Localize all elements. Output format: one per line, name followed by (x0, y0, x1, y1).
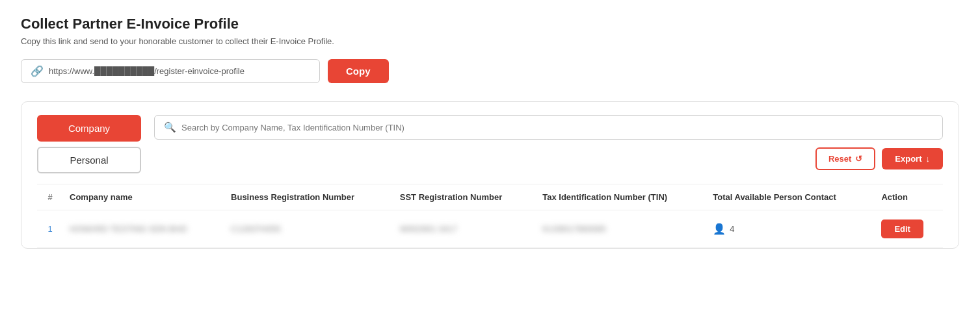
row-business-reg: C12837H055 (224, 210, 393, 248)
row-contact: 👤 4 (706, 210, 875, 248)
reset-button[interactable]: Reset ↺ (815, 147, 875, 170)
person-icon: 👤 (713, 223, 726, 235)
page-subtitle: Copy this link and send to your honorabl… (21, 36, 959, 46)
export-icon: ↓ (926, 154, 931, 164)
table-header-row: # Company name Business Registration Num… (37, 184, 943, 210)
tab-column: Company Personal (37, 115, 141, 173)
reset-icon: ↺ (855, 154, 862, 164)
export-button[interactable]: Export ↓ (882, 148, 943, 169)
row-sst-reg: W002901 3417 (393, 210, 536, 248)
link-input[interactable] (49, 66, 310, 76)
row-action: Edit (875, 210, 943, 248)
page-title: Collect Partner E-Invoice Profile (21, 16, 959, 32)
link-icon: 🔗 (31, 65, 44, 77)
export-label: Export (895, 154, 921, 164)
link-bar: 🔗 Copy (21, 59, 959, 83)
col-action: Action (875, 184, 943, 210)
search-wrapper: 🔍 (154, 115, 943, 140)
col-tax-id: Tax Identification Number (TIN) (536, 184, 706, 210)
row-company-name: HOWARD TESTING SDN BHD (63, 210, 224, 248)
row-tax-id: KU39017860085 (536, 210, 706, 248)
right-section: 🔍 Reset ↺ Export ↓ (154, 115, 943, 170)
table-row: 1 HOWARD TESTING SDN BHD C12837H055 W002… (37, 210, 943, 248)
main-card: Company Personal 🔍 Reset ↺ Export ↓ (21, 101, 959, 249)
search-row: 🔍 (154, 115, 943, 140)
copy-button[interactable]: Copy (328, 59, 389, 83)
contact-count: 4 (730, 224, 734, 234)
reset-label: Reset (828, 154, 851, 164)
data-table: # Company name Business Registration Num… (37, 184, 943, 248)
col-business-reg: Business Registration Number (224, 184, 393, 210)
search-input[interactable] (181, 123, 933, 132)
edit-button[interactable]: Edit (881, 219, 923, 238)
col-sst-reg: SST Registration Number (393, 184, 536, 210)
tab-company[interactable]: Company (37, 115, 141, 142)
col-hash: # (37, 184, 63, 210)
action-row: Reset ↺ Export ↓ (154, 147, 943, 170)
link-input-wrapper: 🔗 (21, 59, 320, 83)
top-section: Company Personal 🔍 Reset ↺ Export ↓ (37, 115, 943, 173)
col-contact: Total Available Person Contact (706, 184, 875, 210)
search-icon: 🔍 (164, 121, 176, 133)
col-company-name: Company name (63, 184, 224, 210)
tab-personal[interactable]: Personal (37, 147, 141, 173)
row-num: 1 (37, 210, 63, 248)
